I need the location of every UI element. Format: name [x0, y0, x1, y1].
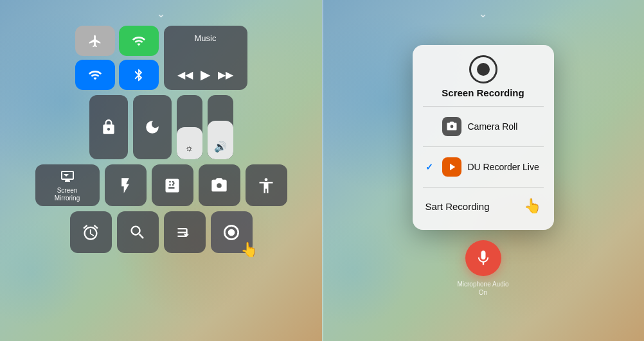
popup-divider-2 [423, 146, 544, 147]
control-grid: Music ◀◀ ▶ ▶▶ [13, 26, 309, 253]
record-circle-icon [469, 55, 497, 83]
bluetooth-button[interactable] [119, 60, 159, 90]
microphone-icon [474, 249, 492, 267]
popup-header: Screen Recording [423, 55, 544, 98]
sliders-row: ☼ 🔊 [13, 95, 309, 159]
wifi-button[interactable] [75, 60, 115, 90]
next-button[interactable]: ▶▶ [218, 69, 233, 81]
camera-icon [210, 177, 228, 195]
popup-title: Screen Recording [442, 87, 524, 98]
du-recorder-icon [442, 157, 461, 177]
screen-recording-panel: ⌄ Screen Recording Camera Roll [322, 0, 644, 341]
moon-icon [144, 119, 161, 136]
utilities-row: ScreenMirroring [13, 164, 309, 206]
volume-icon: 🔊 [214, 141, 227, 153]
flashlight-button[interactable] [105, 164, 147, 206]
cellular-icon [132, 34, 146, 48]
camera-roll-label: Camera Roll [468, 121, 541, 132]
microphone-section: Microphone AudioOn [457, 240, 508, 297]
screen-mirroring-label: ScreenMirroring [55, 187, 80, 202]
volume-slider[interactable]: 🔊 [208, 95, 233, 159]
finger-pointer-icon: 👆 [240, 241, 258, 258]
screen-record-button[interactable]: 👆 [211, 211, 253, 253]
du-recorder-check: ✓ [425, 162, 436, 172]
airplane-icon [88, 34, 102, 48]
orientation-lock-icon [100, 119, 117, 136]
camera-roll-icon [442, 117, 461, 136]
magnifier-icon [129, 223, 147, 241]
play-button[interactable]: ▶ [201, 67, 210, 82]
left-phone-panel: ⌄ [0, 0, 322, 341]
svg-point-1 [228, 229, 235, 236]
notes-icon [175, 223, 193, 241]
bottom-row: 👆 [13, 211, 309, 253]
airplane-mode-button[interactable] [75, 26, 115, 56]
volume-fill [208, 121, 233, 159]
do-not-disturb-button[interactable] [133, 95, 172, 159]
microphone-button[interactable] [465, 240, 501, 276]
flashlight-icon [116, 177, 134, 195]
hand-pointer-icon: 👆 [524, 198, 541, 214]
music-control: Music ◀◀ ▶ ▶▶ [164, 26, 247, 90]
magnifier-button[interactable] [117, 211, 159, 253]
notes-button[interactable] [164, 211, 206, 253]
bluetooth-icon [132, 68, 146, 82]
popup-divider-3 [423, 187, 544, 188]
camera-app-icon [446, 121, 458, 132]
screen-mirroring-button[interactable]: ScreenMirroring [35, 164, 100, 206]
popup-divider-1 [423, 106, 544, 107]
right-phone-panel: ⌄ Screen Recording Camera Roll [322, 0, 644, 341]
calculator-button[interactable] [152, 164, 193, 206]
music-controls[interactable]: ◀◀ ▶ ▶▶ [177, 67, 233, 82]
connectivity-music-row: Music ◀◀ ▶ ▶▶ [13, 26, 309, 90]
accessibility-icon [257, 177, 275, 195]
camera-button[interactable] [199, 164, 240, 206]
alarm-icon [82, 223, 100, 241]
brightness-icon: ☼ [185, 143, 193, 153]
orientation-lock-button[interactable] [89, 95, 128, 159]
du-recorder-option[interactable]: ✓ DU Recorder Live [423, 152, 544, 182]
accessibility-button[interactable] [246, 164, 287, 206]
connectivity-group [75, 26, 159, 90]
chevron-icon[interactable]: ⌄ [156, 8, 166, 19]
record-inner-dot [477, 63, 490, 76]
right-chevron-icon[interactable]: ⌄ [478, 8, 488, 19]
music-title: Music [195, 33, 217, 43]
prev-button[interactable]: ◀◀ [177, 69, 193, 81]
microphone-label: Microphone AudioOn [457, 280, 508, 297]
camera-roll-option[interactable]: Camera Roll [423, 112, 544, 141]
screen-record-icon [221, 222, 242, 243]
screen-recording-popup: Screen Recording Camera Roll ✓ [413, 45, 554, 230]
start-recording-label: Sart Recording [425, 201, 490, 212]
alarm-button[interactable] [70, 211, 112, 253]
du-recorder-label: DU Recorder Live [468, 162, 541, 172]
wifi-icon [88, 68, 102, 82]
panel-divider [322, 0, 323, 341]
start-recording-button[interactable]: Sart Recording 👆 [423, 193, 544, 220]
screen-mirroring-icon [60, 169, 75, 184]
du-app-icon [446, 161, 458, 173]
cellular-button[interactable] [119, 26, 159, 56]
calculator-icon [163, 177, 181, 195]
control-center: ⌄ [0, 0, 322, 341]
brightness-slider[interactable]: ☼ [177, 95, 202, 159]
